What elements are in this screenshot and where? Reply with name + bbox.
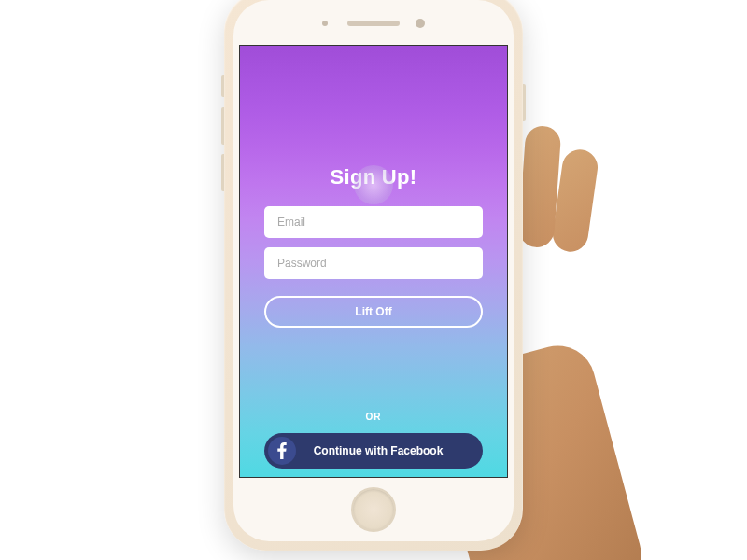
touch-indicator-icon bbox=[354, 165, 393, 204]
phone-home-button bbox=[351, 487, 396, 532]
email-field[interactable] bbox=[264, 206, 483, 238]
phone-volume-up bbox=[221, 107, 224, 145]
facebook-button-label: Continue with Facebook bbox=[296, 444, 479, 457]
phone-volume-down bbox=[221, 154, 224, 191]
phone-power-button bbox=[523, 84, 526, 121]
phone-device: Sign Up! Lift Off OR Continue with Face bbox=[224, 9, 523, 551]
password-field[interactable] bbox=[264, 247, 483, 279]
facebook-icon bbox=[268, 437, 296, 465]
submit-button[interactable]: Lift Off bbox=[264, 296, 483, 328]
phone-sensor bbox=[322, 21, 328, 26]
phone-screen: Sign Up! Lift Off OR Continue with Face bbox=[239, 45, 508, 478]
phone-speaker bbox=[347, 21, 400, 26]
phone-camera bbox=[416, 19, 425, 28]
divider-label: OR bbox=[366, 412, 382, 422]
facebook-login-button[interactable]: Continue with Facebook bbox=[264, 433, 483, 469]
phone-mute-switch bbox=[221, 75, 224, 97]
